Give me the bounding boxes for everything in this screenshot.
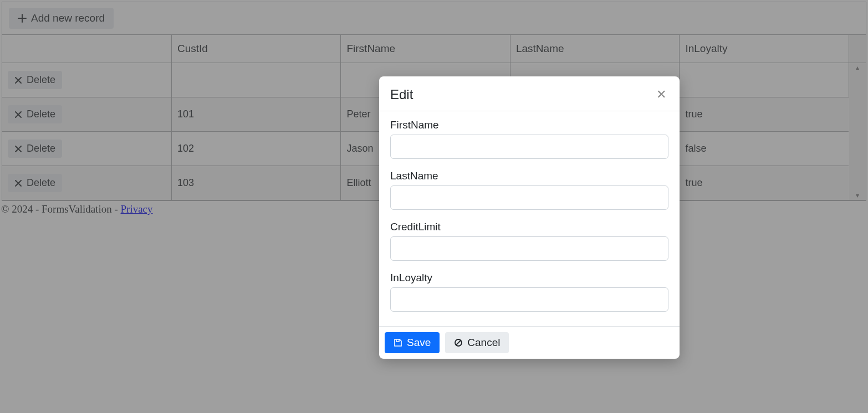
save-button[interactable]: Save <box>385 332 440 353</box>
svg-line-1 <box>456 340 461 345</box>
dialog-close-button[interactable]: ✕ <box>654 86 668 103</box>
cancel-button[interactable]: Cancel <box>445 332 509 353</box>
lastname-label: LastName <box>390 170 668 182</box>
cancel-label: Cancel <box>467 337 500 349</box>
save-label: Save <box>407 337 431 349</box>
firstname-field[interactable] <box>390 135 668 159</box>
close-icon: ✕ <box>656 87 666 101</box>
dialog-header: Edit ✕ <box>379 76 680 111</box>
inloyalty-field[interactable] <box>390 287 668 312</box>
dialog-body: FirstName LastName CreditLimit InLoyalty <box>379 111 680 326</box>
edit-dialog: Edit ✕ FirstName LastName CreditLimit In… <box>379 76 680 359</box>
dialog-title: Edit <box>390 87 413 102</box>
creditlimit-label: CreditLimit <box>390 221 668 233</box>
dialog-footer: Save Cancel <box>379 326 680 359</box>
save-icon <box>394 338 402 347</box>
inloyalty-label: InLoyalty <box>390 272 668 284</box>
lastname-field[interactable] <box>390 185 668 210</box>
creditlimit-field[interactable] <box>390 236 668 261</box>
cancel-icon <box>454 338 463 347</box>
firstname-label: FirstName <box>390 119 668 131</box>
